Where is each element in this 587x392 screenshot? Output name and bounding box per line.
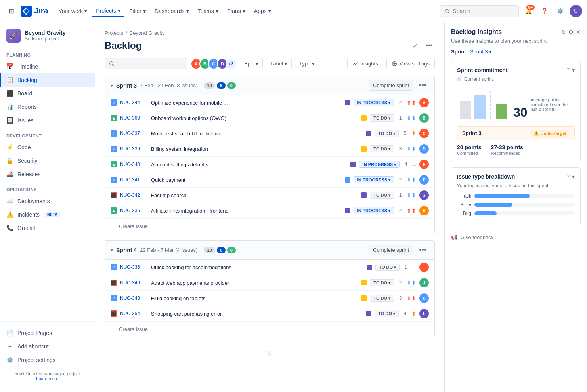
complete-sprint-3-button[interactable]: Complete sprint [369, 80, 413, 91]
sprint-3-chevron[interactable]: ▾ [111, 83, 113, 88]
sidebar-item-board[interactable]: ⬛ Board [0, 87, 95, 100]
sidebar-item-code[interactable]: ⚡ Code [0, 141, 95, 154]
breakdown-expand-icon[interactable] [572, 173, 575, 180]
insights-refresh-icon[interactable]: ↻ [561, 29, 566, 35]
assignee-avatar[interactable]: H [419, 206, 429, 215]
create-issue-sprint-3[interactable]: ＋ Create issue [105, 218, 434, 234]
give-feedback-button[interactable]: 📢 Give feedback [451, 231, 581, 240]
avatar-count[interactable]: +3 [226, 58, 237, 69]
breadcrumb-projects[interactable]: Projects [105, 30, 123, 36]
issue-row-nuc-337[interactable]: ✓ NUC-337 Multi-dest search UI mobile we… [105, 126, 434, 141]
issue-status-badge[interactable]: IN PROGRESS ▾ [354, 99, 394, 106]
issue-row-nuc-336[interactable]: ✓ NUC-336 Quick booking for accommodatio… [105, 260, 434, 275]
nav-apps[interactable]: Apps [250, 6, 275, 17]
issue-key[interactable]: NUC-343 [120, 295, 148, 301]
nav-plans[interactable]: Plans [223, 6, 249, 17]
issue-status-badge[interactable]: TO DO ▾ [375, 310, 399, 317]
assignee-avatar[interactable]: E [419, 160, 429, 169]
issue-key[interactable]: NUC-336 [120, 265, 148, 270]
issue-status-badge[interactable]: IN PROGRESS ▾ [359, 161, 400, 168]
assignee-avatar[interactable]: B [419, 113, 429, 123]
assignee-avatar[interactable]: G [419, 190, 429, 200]
sprint-4-chevron[interactable]: ▾ [111, 247, 113, 253]
jira-logo[interactable]: Jira [21, 6, 48, 17]
sidebar-item-security[interactable]: 🔒 Security [0, 154, 95, 167]
issue-status-badge[interactable]: TO DO ▾ [370, 114, 394, 122]
nav-filter[interactable]: Filter [125, 6, 150, 17]
insights-settings-icon[interactable]: ⚙ [568, 29, 574, 35]
type-filter-btn[interactable]: Type [295, 58, 319, 69]
sidebar-item-deployments[interactable]: ☁️ Deployments [0, 194, 95, 208]
backlog-search[interactable] [105, 58, 187, 69]
issue-row-nuc-341[interactable]: ✓ NUC-341 Quick payment IN PROGRESS ▾ 2 … [105, 172, 434, 188]
nav-your-work[interactable]: Your work [55, 6, 92, 17]
expand-icon[interactable]: ⤢ [410, 39, 420, 51]
assignee-avatar[interactable]: C [419, 129, 429, 138]
sidebar-item-add-shortcut[interactable]: ＋ Add shortcut [0, 340, 95, 353]
nav-teams[interactable]: Teams [194, 6, 222, 17]
assignee-avatar[interactable]: F [419, 175, 429, 185]
assignee-avatar[interactable]: K [419, 293, 429, 303]
issue-row-nuc-339[interactable]: ✓ NUC-339 Billing system integration TO … [105, 141, 434, 157]
issue-key[interactable]: NUC-354 [120, 311, 148, 316]
issue-status-badge[interactable]: TO DO ▾ [370, 192, 394, 199]
issue-status-badge[interactable]: TO DO ▾ [370, 295, 394, 302]
issue-key[interactable]: NUC-360 [120, 115, 148, 121]
profile-avatar[interactable]: U [570, 5, 582, 17]
issue-status-badge[interactable]: IN PROGRESS ▾ [354, 207, 394, 214]
sidebar-project[interactable]: 🚀 Beyond Gravity Software project [0, 22, 95, 48]
sidebar-item-reports[interactable]: 📊 Reports [0, 100, 95, 114]
sprint-4-more-button[interactable]: ••• [417, 245, 429, 255]
sidebar-item-incidents[interactable]: ⚠️ Incidents BETA [0, 208, 95, 221]
complete-sprint-4-button[interactable]: Complete sprint [369, 245, 413, 255]
issue-key[interactable]: NUC-342 [120, 192, 148, 198]
sidebar-item-project-settings[interactable]: ⚙️ Project settings [0, 353, 95, 367]
issue-row-nuc-344[interactable]: ✓ NUC-344 Optimize experience for mobile… [105, 95, 434, 110]
issue-row-nuc-342[interactable]: ⬛ NUC-342 Fast trip search TO DO ▾ 1 ⬇⬇ … [105, 188, 434, 203]
nav-projects[interactable]: Projects [92, 5, 124, 17]
issue-row-nuc-360[interactable]: ▲ NUC-360 Onboard workout options (OWO) … [105, 110, 434, 126]
notification-button[interactable]: 🔔 9+ [522, 5, 535, 17]
settings-button[interactable]: ⚙️ [554, 5, 566, 17]
nav-dashboards[interactable]: Dashboards [151, 6, 193, 17]
issue-row-nuc-343[interactable]: ✓ NUC-343 Fluid booking on tablets TO DO… [105, 291, 434, 306]
label-filter-btn[interactable]: Label [266, 58, 292, 69]
epic-filter-btn[interactable]: Epic [240, 58, 263, 69]
issue-row-nuc-346[interactable]: ⬛ NUC-346 Adapt web app payments provide… [105, 275, 434, 291]
issue-key[interactable]: NUC-344 [120, 100, 148, 105]
assignee-avatar[interactable]: J [419, 278, 429, 287]
assignee-avatar[interactable]: A [419, 98, 429, 107]
issue-status-badge[interactable]: TO DO ▾ [375, 130, 399, 137]
sidebar-item-oncall[interactable]: 📞 On-call [0, 221, 95, 235]
sprint-3-more-button[interactable]: ••• [417, 80, 429, 90]
sidebar-learn-more-link[interactable]: Learn more [36, 376, 58, 381]
sidebar-item-issues[interactable]: 🔲 Issues [0, 114, 95, 127]
issue-status-badge[interactable]: TO DO ▾ [370, 145, 394, 152]
assignee-avatar[interactable]: L [419, 309, 429, 318]
issue-key[interactable]: NUC-340 [120, 162, 148, 167]
issue-key[interactable]: NUC-341 [120, 177, 148, 183]
sprint-selector-value[interactable]: Sprint 3 [470, 49, 492, 55]
more-options-icon[interactable]: ••• [423, 40, 435, 51]
grid-icon[interactable]: ⊞ [5, 5, 17, 17]
insights-button[interactable]: Insights [347, 58, 383, 69]
issue-row-nuc-354[interactable]: ⬛ NUC-354 Shopping cart purchasing error… [105, 306, 434, 321]
sidebar-item-releases[interactable]: 🚢 Releases [0, 167, 95, 181]
issue-key[interactable]: NUC-339 [120, 146, 148, 152]
create-issue-sprint-4[interactable]: ＋ Create issue [105, 321, 434, 337]
issue-key[interactable]: NUC-346 [120, 280, 148, 285]
search-box[interactable] [440, 5, 519, 17]
help-button[interactable]: ❓ [538, 5, 551, 17]
assignee-avatar[interactable]: D [419, 144, 429, 154]
issue-status-badge[interactable]: TO DO ▾ [370, 279, 394, 286]
issue-key[interactable]: NUC-337 [120, 131, 148, 136]
sidebar-item-project-pages[interactable]: 📄 Project Pages [0, 326, 95, 340]
issue-row-nuc-335[interactable]: ▲ NUC-335 Affiliate links integration - … [105, 203, 434, 218]
sidebar-item-timeline[interactable]: 📅 Timeline [0, 60, 95, 73]
sidebar-item-backlog[interactable]: 📋 Backlog [0, 73, 95, 87]
assignee-avatar[interactable]: I [419, 263, 429, 272]
commitment-help-icon[interactable]: ? [566, 67, 570, 73]
issue-status-badge[interactable]: TO DO ▾ [375, 264, 400, 271]
issue-row-nuc-340[interactable]: ▲ NUC-340 Account settings defaults IN P… [105, 157, 434, 172]
breakdown-help-icon[interactable]: ? [566, 173, 570, 180]
